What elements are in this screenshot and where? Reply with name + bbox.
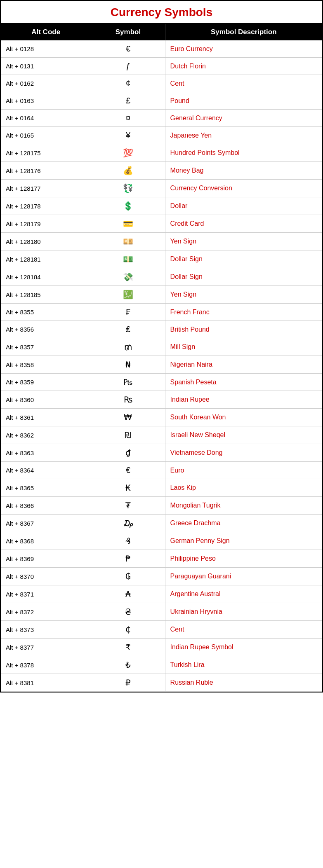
- alt-code: Alt + 8364: [1, 462, 91, 479]
- symbol-description: Money Bag: [165, 162, 322, 180]
- alt-code: Alt + 8381: [1, 674, 91, 692]
- symbol-description: Paraguayan Guarani: [165, 568, 322, 585]
- header-description: Symbol Description: [165, 24, 322, 40]
- symbol-description: Yen Sign: [165, 233, 322, 250]
- table-row: Alt + 8362 ₪ Israeli New Sheqel: [1, 426, 322, 444]
- symbol: €: [91, 462, 165, 479]
- symbol-description: Yen Sign: [165, 286, 322, 304]
- table-row: Alt + 8363 ₫ Vietnamese Dong: [1, 444, 322, 462]
- symbol-description: Indian Rupee Symbol: [165, 639, 322, 656]
- symbol-description: Dollar Sign: [165, 250, 322, 268]
- symbol-description: South Korean Won: [165, 409, 322, 426]
- table-row: Alt + 0165 ¥ Japanese Yen: [1, 127, 322, 144]
- header-alt-code: Alt Code: [1, 24, 91, 40]
- symbol: ₨: [91, 391, 165, 409]
- symbol: ¢: [91, 75, 165, 92]
- alt-code: Alt + 8359: [1, 374, 91, 391]
- symbol: 💯: [91, 144, 165, 162]
- symbol: ₲: [91, 568, 165, 585]
- alt-code: Alt + 0128: [1, 40, 91, 58]
- symbol-description: Cent: [165, 75, 322, 92]
- symbol-description: Spanish Peseta: [165, 374, 322, 391]
- symbol-description: Russian Ruble: [165, 674, 322, 692]
- symbol-description: Nigerian Naira: [165, 356, 322, 374]
- alt-code: Alt + 0162: [1, 75, 91, 92]
- alt-code: Alt + 128180: [1, 233, 91, 250]
- table-row: Alt + 8368 ₰ German Penny Sign: [1, 532, 322, 550]
- symbol: 💲: [91, 197, 165, 215]
- alt-code: Alt + 128177: [1, 180, 91, 197]
- symbol-description: Ukrainian Hryvnia: [165, 603, 322, 621]
- alt-code: Alt + 8371: [1, 585, 91, 603]
- symbol: ₪: [91, 426, 165, 444]
- table-row: Alt + 8366 ₮ Mongolian Tugrik: [1, 497, 322, 515]
- table-title: Currency Symbols: [1, 1, 322, 24]
- alt-code: Alt + 8372: [1, 603, 91, 621]
- alt-code: Alt + 8368: [1, 532, 91, 550]
- alt-code: Alt + 8361: [1, 409, 91, 426]
- table-row: Alt + 8381 ₽ Russian Ruble: [1, 674, 322, 692]
- symbol: ₮: [91, 497, 165, 515]
- alt-code: Alt + 128185: [1, 286, 91, 304]
- symbol: ₴: [91, 603, 165, 621]
- table-row: Alt + 0128 € Euro Currency: [1, 40, 322, 58]
- symbol: ₱: [91, 550, 165, 568]
- alt-code: Alt + 128184: [1, 268, 91, 286]
- alt-code: Alt + 8358: [1, 356, 91, 374]
- alt-code: Alt + 128179: [1, 215, 91, 233]
- symbol-description: German Penny Sign: [165, 532, 322, 550]
- symbol: ₤: [91, 321, 165, 338]
- symbol-description: Euro Currency: [165, 40, 322, 58]
- symbol: ₥: [91, 338, 165, 356]
- symbol: ₫: [91, 444, 165, 462]
- table-row: Alt + 0131 ƒ Dutch Florin: [1, 58, 322, 75]
- table-row: Alt + 128177 💱 Currency Conversion: [1, 180, 322, 197]
- symbol: £: [91, 92, 165, 110]
- symbol: ₣: [91, 304, 165, 321]
- symbol-description: Pound: [165, 92, 322, 110]
- symbol-description: French Franc: [165, 304, 322, 321]
- symbol: 💰: [91, 162, 165, 180]
- symbol: 💹: [91, 286, 165, 304]
- symbol-description: Japanese Yen: [165, 127, 322, 144]
- alt-code: Alt + 8360: [1, 391, 91, 409]
- table-row: Alt + 128181 💵 Dollar Sign: [1, 250, 322, 268]
- symbol-description: Indian Rupee: [165, 391, 322, 409]
- table-row: Alt + 128178 💲 Dollar: [1, 197, 322, 215]
- symbol: ₧: [91, 374, 165, 391]
- table-row: Alt + 8370 ₲ Paraguayan Guarani: [1, 568, 322, 585]
- symbol-description: Vietnamese Dong: [165, 444, 322, 462]
- alt-code: Alt + 128175: [1, 144, 91, 162]
- symbol-description: Currency Conversion: [165, 180, 322, 197]
- table-row: Alt + 8364 € Euro: [1, 462, 322, 479]
- symbol: ƒ: [91, 58, 165, 75]
- alt-code: Alt + 0164: [1, 110, 91, 127]
- alt-code: Alt + 128176: [1, 162, 91, 180]
- alt-code: Alt + 8363: [1, 444, 91, 462]
- symbol: 💱: [91, 180, 165, 197]
- alt-code: Alt + 8362: [1, 426, 91, 444]
- table-row: Alt + 8367 ₯ Greece Drachma: [1, 515, 322, 532]
- symbol: 💸: [91, 268, 165, 286]
- symbol-description: Dollar: [165, 197, 322, 215]
- alt-code: Alt + 0131: [1, 58, 91, 75]
- symbol-description: General Currency: [165, 110, 322, 127]
- symbol: ₦: [91, 356, 165, 374]
- symbol: ₹: [91, 639, 165, 656]
- symbol: €: [91, 40, 165, 58]
- symbol-description: Dollar Sign: [165, 268, 322, 286]
- symbol-description: Mongolian Tugrik: [165, 497, 322, 515]
- table-row: Alt + 128185 💹 Yen Sign: [1, 286, 322, 304]
- symbol-description: Israeli New Sheqel: [165, 426, 322, 444]
- table-row: Alt + 8378 ₺ Turkish Lira: [1, 656, 322, 674]
- table-row: Alt + 8371 ₳ Argentine Austral: [1, 585, 322, 603]
- symbol: ₯: [91, 515, 165, 532]
- table-row: Alt + 8356 ₤ British Pound: [1, 321, 322, 338]
- symbol: ₺: [91, 656, 165, 674]
- table-row: Alt + 128180 💴 Yen Sign: [1, 233, 322, 250]
- symbol-description: Laos Kip: [165, 479, 322, 497]
- symbol-description: Philippine Peso: [165, 550, 322, 568]
- alt-code: Alt + 0163: [1, 92, 91, 110]
- alt-code: Alt + 8377: [1, 639, 91, 656]
- symbol-description: Greece Drachma: [165, 515, 322, 532]
